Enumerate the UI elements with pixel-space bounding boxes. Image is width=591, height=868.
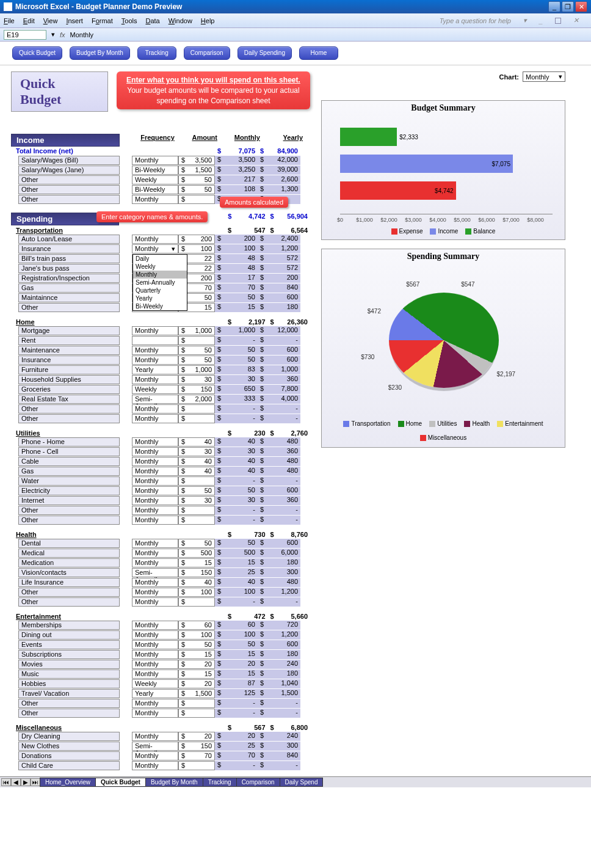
- row-amount[interactable]: $30: [178, 375, 215, 384]
- row-amount[interactable]: $100: [178, 630, 215, 640]
- row-name[interactable]: Other: [18, 195, 120, 204]
- row-amount[interactable]: $50: [178, 185, 215, 194]
- row-amount[interactable]: $1,500: [178, 166, 215, 175]
- chart-select[interactable]: Monthly▾: [523, 71, 565, 82]
- row-name[interactable]: Other: [18, 303, 120, 312]
- fx-icon[interactable]: fx: [60, 31, 65, 38]
- row-name[interactable]: New Clothes: [18, 742, 120, 751]
- row-name[interactable]: Travel/ Vacation: [18, 689, 120, 698]
- row-frequency[interactable]: Monthly: [132, 404, 178, 414]
- row-frequency[interactable]: Monthly: [132, 640, 178, 649]
- row-name[interactable]: Other: [18, 597, 120, 607]
- nav-comparison[interactable]: Comparison: [184, 46, 230, 60]
- row-name[interactable]: Vision/contacts: [18, 568, 120, 577]
- doc-restore-button[interactable]: [555, 18, 561, 24]
- row-amount[interactable]: $60: [178, 621, 215, 630]
- doc-close-button[interactable]: ✕: [573, 16, 579, 24]
- tab-first-icon[interactable]: ⏮: [1, 778, 11, 786]
- row-name[interactable]: Salary/Wages (Bill): [18, 156, 120, 165]
- row-name[interactable]: Other: [18, 516, 120, 525]
- row-amount[interactable]: $50: [178, 486, 215, 495]
- row-name[interactable]: Other: [18, 506, 120, 515]
- row-amount[interactable]: $: [178, 195, 215, 204]
- row-name[interactable]: Groceries: [18, 385, 120, 394]
- maximize-button[interactable]: ❐: [562, 1, 574, 12]
- row-amount[interactable]: $50: [178, 640, 215, 649]
- row-frequency[interactable]: Bi-Weekly: [132, 185, 178, 194]
- nav-tracking[interactable]: Tracking: [137, 46, 176, 60]
- dropdown-option[interactable]: Monthly: [133, 271, 187, 279]
- row-frequency[interactable]: Monthly: [132, 660, 178, 669]
- row-frequency[interactable]: Semi-Annually: [132, 568, 178, 577]
- menu-help[interactable]: Help: [201, 17, 215, 24]
- dropdown-option[interactable]: Semi-Annually: [133, 279, 187, 286]
- help-search[interactable]: Type a question for help: [440, 17, 511, 24]
- row-frequency[interactable]: Monthly: [132, 588, 178, 597]
- dropdown-option[interactable]: Yearly: [133, 294, 187, 302]
- row-frequency[interactable]: Monthly: [132, 156, 178, 165]
- dropdown-option[interactable]: Daily: [133, 255, 187, 263]
- row-frequency[interactable]: Monthly: [132, 486, 178, 495]
- row-name[interactable]: Mortgage: [18, 326, 120, 335]
- row-frequency[interactable]: Monthly: [132, 558, 178, 567]
- row-frequency[interactable]: Monthly: [132, 476, 178, 486]
- row-name[interactable]: Auto Loan/Lease: [18, 235, 120, 244]
- row-name[interactable]: Household Supplies: [18, 375, 120, 384]
- tab-quick-budget[interactable]: Quick Budget: [95, 778, 146, 787]
- tab-daily-spend[interactable]: Daily Spend: [280, 778, 324, 787]
- row-amount[interactable]: $20: [178, 679, 215, 688]
- row-amount[interactable]: $: [178, 404, 215, 414]
- menu-data[interactable]: Data: [145, 17, 159, 24]
- row-name[interactable]: Events: [18, 640, 120, 649]
- menu-window[interactable]: Window: [169, 17, 192, 24]
- row-amount[interactable]: $50: [178, 346, 215, 355]
- row-name[interactable]: Cable: [18, 457, 120, 466]
- tab-prev-icon[interactable]: ◀: [11, 778, 21, 786]
- row-frequency[interactable]: Yearly: [132, 365, 178, 374]
- row-name[interactable]: Jane's bus pass: [18, 264, 120, 273]
- row-name[interactable]: Insurance: [18, 244, 120, 253]
- row-name[interactable]: Phone - Home: [18, 437, 120, 447]
- row-amount[interactable]: $20: [178, 732, 215, 741]
- row-amount[interactable]: $: [178, 709, 215, 718]
- row-amount[interactable]: $2,000: [178, 395, 215, 404]
- row-name[interactable]: Medical: [18, 549, 120, 558]
- name-box[interactable]: E19: [4, 30, 46, 40]
- row-name[interactable]: Other: [18, 185, 120, 194]
- nav-quick-budget[interactable]: Quick Budget: [12, 46, 62, 60]
- row-amount[interactable]: $15: [178, 669, 215, 679]
- row-name[interactable]: Hobbies: [18, 679, 120, 688]
- row-name[interactable]: Dental: [18, 539, 120, 548]
- row-amount[interactable]: $3,500: [178, 156, 215, 165]
- row-frequency[interactable]: Monthly: [132, 496, 178, 505]
- row-amount[interactable]: $50: [178, 356, 215, 365]
- row-name[interactable]: Real Estate Tax: [18, 395, 120, 404]
- row-frequency[interactable]: Weekly: [132, 385, 178, 394]
- dropdown-option[interactable]: Bi-Weekly: [133, 302, 187, 310]
- row-frequency[interactable]: Monthly: [132, 457, 178, 466]
- row-name[interactable]: Registration/Inspection: [18, 274, 120, 283]
- row-name[interactable]: Music: [18, 669, 120, 679]
- row-amount[interactable]: $20: [178, 660, 215, 669]
- tab-last-icon[interactable]: ⏭: [31, 778, 40, 786]
- row-frequency[interactable]: Monthly: [132, 195, 178, 204]
- row-amount[interactable]: $1,500: [178, 689, 215, 698]
- row-name[interactable]: Furniture: [18, 365, 120, 374]
- row-name[interactable]: Medication: [18, 558, 120, 567]
- row-frequency[interactable]: Monthly: [132, 630, 178, 640]
- menu-view[interactable]: View: [43, 17, 58, 24]
- row-amount[interactable]: $100: [178, 588, 215, 597]
- row-frequency[interactable]: Semi-Annually: [132, 742, 178, 751]
- row-amount[interactable]: $40: [178, 578, 215, 587]
- row-name[interactable]: Donations: [18, 751, 120, 760]
- row-frequency[interactable]: Monthly: [132, 506, 178, 515]
- row-amount[interactable]: $: [178, 476, 215, 486]
- menu-format[interactable]: Format: [92, 17, 113, 24]
- row-name[interactable]: Other: [18, 699, 120, 708]
- minimize-button[interactable]: _: [548, 1, 560, 12]
- row-name[interactable]: Dry Cleaning: [18, 732, 120, 741]
- row-name[interactable]: Rent: [18, 336, 120, 345]
- row-name[interactable]: Internet: [18, 496, 120, 505]
- row-amount[interactable]: $: [178, 414, 215, 423]
- row-frequency[interactable]: Weekly: [132, 679, 178, 688]
